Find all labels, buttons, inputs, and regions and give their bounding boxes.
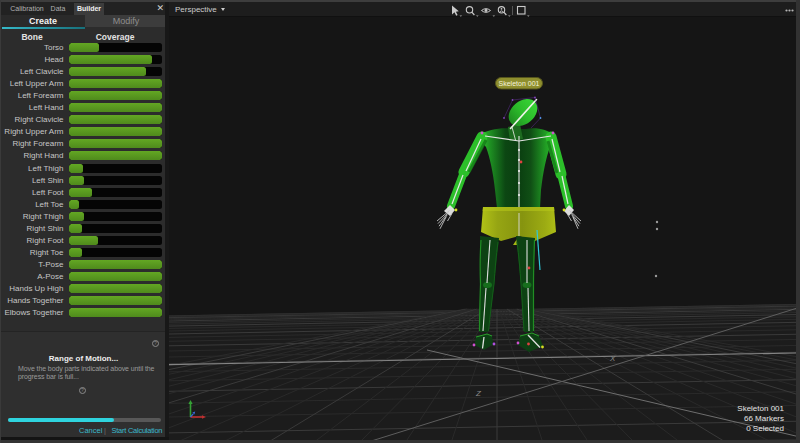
svg-text:X: X: [609, 354, 616, 363]
svg-text:Skeleton 001: Skeleton 001: [499, 80, 540, 87]
